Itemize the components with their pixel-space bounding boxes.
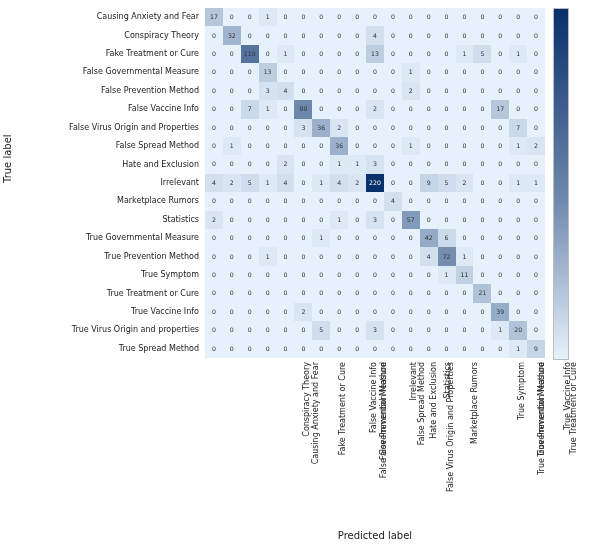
heatmap-cell: 0: [223, 229, 241, 247]
heatmap-cell: 0: [259, 45, 277, 63]
heatmap-cell: 0: [241, 229, 259, 247]
heatmap-cell: 0: [312, 155, 330, 173]
heatmap-cell: 0: [491, 82, 509, 100]
heatmap-cell: 0: [420, 137, 438, 155]
heatmap-cell: 0: [473, 63, 491, 81]
heatmap-cell: 0: [205, 26, 223, 44]
heatmap-cell: 0: [312, 100, 330, 118]
heatmap-cell: 0: [384, 174, 402, 192]
heatmap-cell: 0: [438, 340, 456, 358]
heatmap-cell: 0: [241, 266, 259, 284]
heatmap-cell: 0: [205, 247, 223, 265]
y-tick-label: Statistics: [0, 216, 199, 224]
heatmap-cell: 0: [259, 119, 277, 137]
heatmap-cell: 0: [420, 63, 438, 81]
heatmap-cell: 4: [277, 82, 295, 100]
heatmap-cell: 2: [402, 82, 420, 100]
heatmap-cell: 0: [420, 321, 438, 339]
y-tick-label: True Governmental Measure: [0, 234, 199, 242]
heatmap-cell: 1: [330, 155, 348, 173]
heatmap-cell: 0: [348, 45, 366, 63]
heatmap-cell: 0: [473, 155, 491, 173]
heatmap-cell: 0: [294, 321, 312, 339]
heatmap-cell: 0: [402, 45, 420, 63]
heatmap-cell: 0: [330, 303, 348, 321]
y-tick-label: Hate and Exclusion: [0, 161, 199, 169]
heatmap-cell: 0: [348, 303, 366, 321]
heatmap-cell: 110: [241, 45, 259, 63]
heatmap-cell: 2: [294, 303, 312, 321]
heatmap-cell: 0: [223, 63, 241, 81]
heatmap-cell: 0: [312, 63, 330, 81]
heatmap-cell: 3: [366, 155, 384, 173]
heatmap-cell: 0: [330, 229, 348, 247]
heatmap-cell: 0: [473, 137, 491, 155]
heatmap-cell: 0: [456, 211, 474, 229]
heatmap-cell: 0: [420, 155, 438, 173]
heatmap-cell: 0: [205, 303, 223, 321]
heatmap-cell: 0: [509, 26, 527, 44]
heatmap-cell: 0: [509, 100, 527, 118]
heatmap-cell: 0: [491, 266, 509, 284]
heatmap-cell: 1: [509, 174, 527, 192]
heatmap-cell: 0: [366, 8, 384, 26]
heatmap-cell: 21: [473, 284, 491, 302]
heatmap-cell: 0: [509, 303, 527, 321]
heatmap-cell: 0: [473, 100, 491, 118]
heatmap-cell: 32: [223, 26, 241, 44]
heatmap-cell: 0: [438, 26, 456, 44]
heatmap-cell: 4: [420, 247, 438, 265]
heatmap-cell: 0: [259, 266, 277, 284]
heatmap-cell: 2: [456, 174, 474, 192]
heatmap-cell: 0: [241, 340, 259, 358]
heatmap-cell: 11: [456, 266, 474, 284]
heatmap-cell: 0: [223, 100, 241, 118]
heatmap-cell: 0: [223, 155, 241, 173]
heatmap-cell: 0: [259, 321, 277, 339]
heatmap-cell: 5: [438, 174, 456, 192]
heatmap-cell: 0: [348, 266, 366, 284]
heatmap-cell: 1: [438, 266, 456, 284]
heatmap-cell: 0: [277, 284, 295, 302]
heatmap-cell: 0: [438, 45, 456, 63]
heatmap-cell: 0: [205, 266, 223, 284]
heatmap-cell: 0: [312, 26, 330, 44]
heatmap-cell: 0: [384, 8, 402, 26]
heatmap-cell: 0: [259, 192, 277, 210]
heatmap-cell: 4: [277, 174, 295, 192]
heatmap-cell: 0: [241, 155, 259, 173]
heatmap-cell: 0: [277, 119, 295, 137]
heatmap-cell: 0: [491, 174, 509, 192]
y-axis-title: True label: [2, 134, 13, 183]
heatmap-cell: 0: [348, 321, 366, 339]
heatmap-cell: 13: [259, 63, 277, 81]
heatmap-cell: 0: [348, 211, 366, 229]
heatmap-cell: 1: [259, 8, 277, 26]
heatmap-cell: 0: [366, 303, 384, 321]
heatmap-cell: 0: [438, 8, 456, 26]
heatmap-cell: 0: [473, 82, 491, 100]
heatmap-cell: 0: [312, 266, 330, 284]
heatmap-cell: 0: [312, 82, 330, 100]
heatmap-cell: 0: [384, 303, 402, 321]
heatmap-cell: 5: [312, 321, 330, 339]
heatmap-cell: 0: [491, 45, 509, 63]
heatmap-cell: 0: [509, 229, 527, 247]
heatmap-cell: 0: [241, 211, 259, 229]
heatmap-cell: 0: [277, 340, 295, 358]
heatmap-cell: 0: [366, 284, 384, 302]
heatmap-cell: 0: [259, 340, 277, 358]
heatmap-cell: 0: [348, 137, 366, 155]
heatmap-cell: 0: [473, 266, 491, 284]
heatmap-cell: 0: [384, 284, 402, 302]
heatmap-cell: 0: [294, 174, 312, 192]
heatmap-cell: 0: [420, 119, 438, 137]
heatmap-cell: 0: [509, 8, 527, 26]
heatmap-cell: 0: [241, 137, 259, 155]
heatmap-cell: 0: [312, 247, 330, 265]
heatmap-cell: 0: [294, 8, 312, 26]
heatmap-cell: 0: [330, 321, 348, 339]
y-tick-label: Irrelevant: [0, 179, 199, 187]
heatmap-cell: 0: [205, 45, 223, 63]
heatmap-cell: 0: [223, 192, 241, 210]
